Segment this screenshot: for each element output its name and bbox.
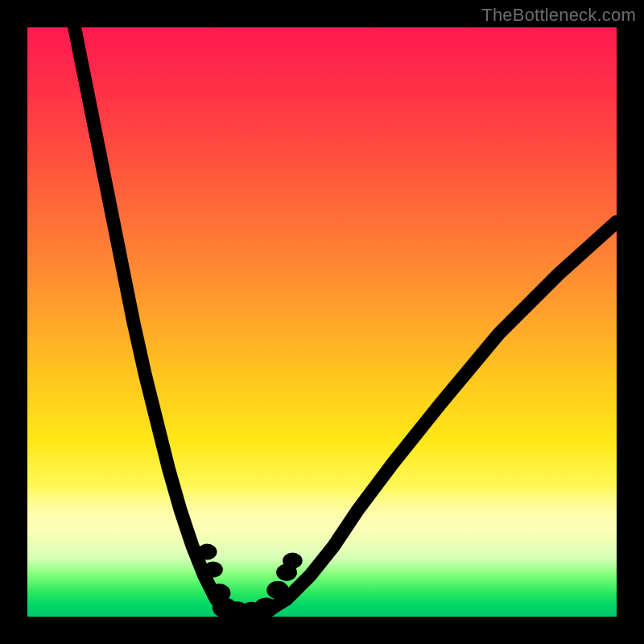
plot-area bbox=[27, 27, 617, 617]
curve-right-branch bbox=[263, 222, 617, 614]
curve-marker bbox=[283, 553, 303, 569]
app-frame: TheBottleneck.com bbox=[0, 0, 644, 644]
curve-marker bbox=[197, 544, 217, 560]
curve-left-branch bbox=[75, 27, 228, 613]
chart-svg bbox=[27, 27, 617, 617]
curve-marker bbox=[203, 561, 223, 577]
curve-marker bbox=[266, 581, 289, 599]
watermark-text: TheBottleneck.com bbox=[481, 5, 636, 26]
